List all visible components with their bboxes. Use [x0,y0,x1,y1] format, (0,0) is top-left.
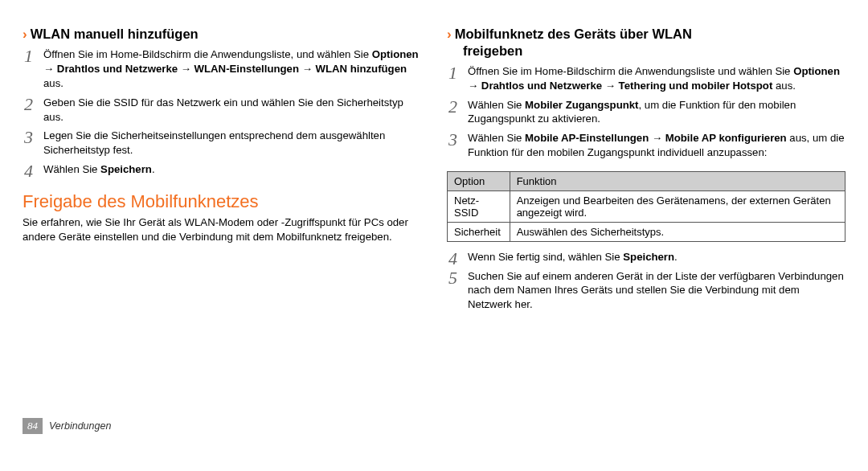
section-intro: Sie erfahren, wie Sie Ihr Gerät als WLAN… [23,215,421,244]
th-function: Funktion [510,171,845,190]
rstep-2: Wählen Sie Mobiler Zugangspunkt, um die … [447,98,845,127]
right-subheading: ›Mobilfunknetz des Geräts über WLAN frei… [447,26,845,59]
left-subheading: ›WLAN manuell hinzufügen [23,26,421,43]
rstep-3: Wählen Sie Mobile AP-Einstellungen → Mob… [447,131,845,160]
chevron-icon: › [447,27,452,42]
right-column: ›Mobilfunknetz des Geräts über WLAN frei… [447,26,845,410]
step-2: Geben Sie die SSID für das Netzwerk ein … [23,96,421,125]
right-steps: Öffnen Sie im Home-Bildschirm die Anwend… [447,64,845,160]
rstep-4: Wenn Sie fertig sind, wählen Sie Speiche… [447,250,845,264]
right-subheading-line1: Mobilfunknetz des Geräts über WLAN [455,27,692,41]
page-number: 84 [23,418,43,434]
rstep-5: Suchen Sie auf einem anderen Gerät in de… [447,269,845,312]
page-footer: 84 Verbindungen [0,418,868,434]
table-row: Netz-SSID Anzeigen und Bearbeiten des Ge… [448,190,845,222]
th-option: Option [448,171,510,190]
chevron-icon: › [23,27,27,42]
step-1: Öffnen Sie im Home-Bildschirm die Anwend… [23,47,421,90]
table-row: Sicherheit Auswählen des Sicherheitstyps… [448,222,845,241]
right-subheading-line2: freigeben [447,43,845,59]
options-table: Option Funktion Netz-SSID Anzeigen und B… [447,171,845,242]
left-steps: Öffnen Sie im Home-Bildschirm die Anwend… [23,47,421,177]
left-column: ›WLAN manuell hinzufügen Öffnen Sie im H… [23,26,421,410]
footer-section: Verbindungen [49,420,111,432]
step-3: Legen Sie die Sicherheitseinstellungen e… [23,129,421,158]
right-steps-after: Wenn Sie fertig sind, wählen Sie Speiche… [447,250,845,312]
section-heading: Freigabe des Mobilfunknetzes [23,191,421,212]
left-subheading-text: WLAN manuell hinzufügen [31,27,199,41]
rstep-1: Öffnen Sie im Home-Bildschirm die Anwend… [447,64,845,93]
step-4: Wählen Sie Speichern. [23,162,421,177]
